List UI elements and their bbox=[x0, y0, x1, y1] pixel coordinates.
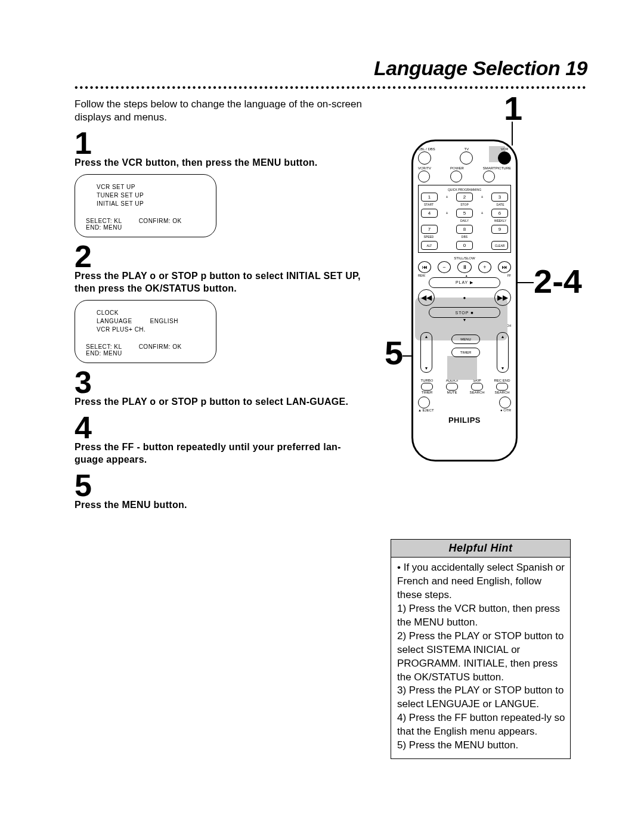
label: FF bbox=[507, 274, 511, 277]
clear-button[interactable]: CLEAR bbox=[491, 241, 508, 250]
eject-button[interactable] bbox=[418, 397, 430, 408]
intro-text: Follow the steps below to change the lan… bbox=[75, 98, 369, 124]
label: ▲ EJECT bbox=[418, 408, 434, 412]
pause-step-button[interactable]: ⏸ bbox=[457, 261, 472, 273]
label: SEARCH bbox=[493, 391, 511, 394]
hint-text: 4) Press the FF button repeated-ly so th… bbox=[397, 711, 566, 739]
callout-1: 1 bbox=[504, 92, 522, 125]
next-track-button[interactable]: ⏭ bbox=[498, 261, 511, 273]
num-1-button[interactable]: 1 bbox=[421, 193, 438, 202]
instructions-column: Follow the steps below to change the lan… bbox=[75, 98, 369, 759]
label: TIMER bbox=[418, 391, 436, 394]
num-2-button[interactable]: 2 bbox=[456, 193, 473, 202]
num-3-button[interactable]: 3 bbox=[491, 193, 508, 202]
hint-title: Helpful Hint bbox=[391, 540, 570, 558]
step-2-number: 2 bbox=[75, 241, 369, 272]
skip-button[interactable] bbox=[471, 383, 483, 391]
step-4-text: Press the FF - button repeatedly until y… bbox=[75, 441, 369, 466]
rew-button[interactable]: ◀◀ bbox=[418, 289, 435, 306]
callout-2-4: 2-4 bbox=[534, 265, 582, 298]
remote-control: CBL / DBS TV VCR VCR/TV POWER SMARTPICTU… bbox=[411, 140, 518, 462]
ff-button[interactable]: ▶▶ bbox=[494, 289, 511, 306]
label: ● OTR bbox=[500, 408, 511, 412]
label: VCR bbox=[498, 147, 511, 151]
label: SPEED bbox=[421, 235, 436, 240]
page-title: Language Selection 19 bbox=[75, 57, 587, 80]
step-4-number: 4 bbox=[75, 412, 369, 443]
page: Language Selection 19 ••••••••••••••••••… bbox=[0, 0, 644, 833]
osd-line: CLOCK bbox=[97, 309, 205, 317]
num-4-button[interactable]: 4 bbox=[421, 209, 438, 218]
label: WEEKLY bbox=[493, 219, 508, 224]
label: DATE bbox=[493, 203, 508, 208]
vcr-tv-button[interactable] bbox=[418, 171, 430, 182]
osd-line: LANGUAGE bbox=[97, 317, 132, 326]
hint-text: 1) Press the VCR button, then press the … bbox=[397, 602, 566, 630]
rec-end-button[interactable] bbox=[496, 383, 508, 391]
label: TV bbox=[460, 147, 473, 151]
label: SMARTPICTURE bbox=[483, 166, 511, 170]
vcr-button[interactable] bbox=[498, 151, 511, 165]
hint-text: 5) Press the MENU button. bbox=[397, 739, 566, 753]
step-3-number: 3 bbox=[75, 367, 369, 398]
alt-button[interactable]: ALT bbox=[421, 241, 438, 250]
osd-value: ENGLISH bbox=[150, 317, 178, 326]
osd-select: SELECT: KL bbox=[86, 343, 122, 350]
osd-line: VCR PLUS+ CH. bbox=[97, 326, 205, 334]
num-7-button[interactable]: 7 bbox=[421, 225, 438, 234]
hint-text: 2) Press the PLAY or STOP button to sele… bbox=[397, 630, 566, 685]
turbo-button[interactable] bbox=[421, 383, 433, 391]
audio-button[interactable] bbox=[446, 383, 458, 391]
cbl-dbs-button[interactable] bbox=[418, 151, 431, 165]
osd-line: TUNER SET UP bbox=[97, 191, 205, 200]
hint-text: • If you accidentally select Spanish or … bbox=[397, 561, 566, 602]
step-2-text: Press the PLAY o or STOP p button to sel… bbox=[75, 270, 369, 295]
minus-button[interactable]: − bbox=[438, 261, 451, 273]
label: STOP bbox=[457, 203, 472, 208]
label: TURBO bbox=[418, 379, 436, 382]
label: REW. bbox=[418, 274, 426, 277]
brand-logo: PHILIPS bbox=[418, 416, 511, 425]
step-1-number: 1 bbox=[75, 128, 369, 159]
hint-text: 3) Press the PLAY or STOP button to sele… bbox=[397, 684, 566, 711]
osd-line: INITIAL SET UP bbox=[97, 200, 205, 208]
vol-rocker[interactable]: ▲▼ bbox=[420, 332, 432, 373]
num-9-button[interactable]: 9 bbox=[491, 225, 508, 234]
osd-end: END: MENU bbox=[86, 224, 122, 231]
ch-rocker[interactable]: ▲▼ bbox=[497, 332, 509, 373]
label: POWER bbox=[450, 166, 464, 170]
label: MUTE bbox=[443, 391, 461, 394]
timer-button[interactable]: TIMER bbox=[451, 348, 480, 357]
osd-select: SELECT: KL bbox=[86, 218, 122, 224]
osd-screen-1: VCR SET UP TUNER SET UP INITIAL SET UP S… bbox=[75, 174, 216, 237]
osd-screen-2: CLOCK LANGUAGE ENGLISH VCR PLUS+ CH. SEL… bbox=[75, 300, 216, 363]
play-button[interactable]: PLAY ▶ bbox=[429, 277, 500, 288]
osd-line: VCR SET UP bbox=[97, 183, 205, 191]
callout-line bbox=[518, 282, 534, 283]
smartpicture-button[interactable] bbox=[483, 171, 495, 182]
num-5-button[interactable]: 5 bbox=[456, 209, 473, 218]
menu-button[interactable]: MENU bbox=[451, 335, 480, 344]
osd-confirm: CONFIRM: OK bbox=[139, 343, 182, 357]
num-6-button[interactable]: 6 bbox=[491, 209, 508, 218]
step-3-text: Press the PLAY o or STOP p button to sel… bbox=[75, 395, 369, 408]
prev-track-button[interactable]: ⏮ bbox=[418, 261, 431, 273]
label: DBS bbox=[457, 235, 472, 240]
label: REC END bbox=[493, 379, 511, 382]
label: SEARCH bbox=[468, 391, 486, 394]
plus-button[interactable]: + bbox=[478, 261, 491, 273]
label: QUICK PROGRAMMING bbox=[421, 188, 508, 191]
num-0-button[interactable]: 0 bbox=[456, 241, 473, 250]
label: CBL / DBS bbox=[418, 147, 435, 151]
label: VCR/TV bbox=[418, 166, 431, 170]
label: STILL/SLOW bbox=[418, 256, 511, 260]
number-pad: QUICK PROGRAMMING 1+ 2+ 3 STARTSTOPDATE … bbox=[418, 185, 511, 253]
step-5-number: 5 bbox=[75, 470, 369, 501]
stop-button[interactable]: STOP ■ bbox=[429, 307, 500, 318]
num-8-button[interactable]: 8 bbox=[456, 225, 473, 234]
otr-button[interactable] bbox=[499, 397, 511, 408]
tv-button[interactable] bbox=[460, 151, 473, 165]
power-button[interactable] bbox=[450, 171, 462, 182]
helpful-hint-box: Helpful Hint • If you accidentally selec… bbox=[391, 539, 571, 759]
label: START bbox=[421, 203, 436, 208]
